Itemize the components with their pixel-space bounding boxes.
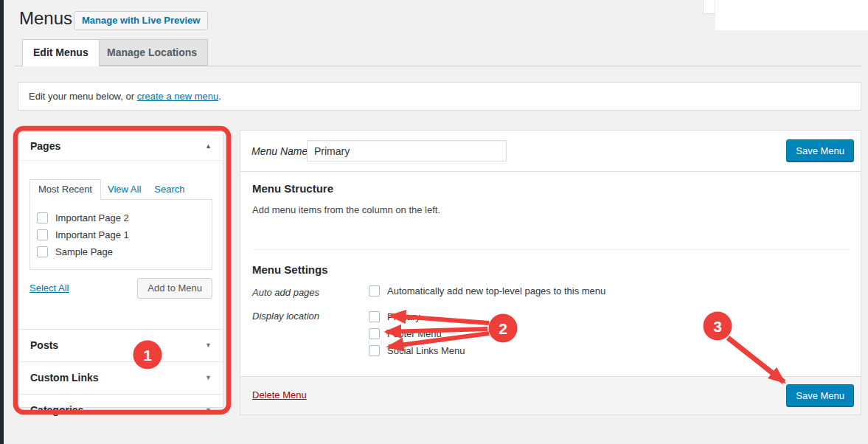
tab-search[interactable]: Search <box>147 180 191 198</box>
categories-accordion-header[interactable]: Categories ▼ <box>19 394 223 426</box>
page-item-label: Sample Page <box>55 246 113 257</box>
pages-actions-row: Select All Add to Menu <box>29 278 212 299</box>
masked-area-small <box>703 0 715 14</box>
display-location-label: Display location <box>252 311 319 322</box>
add-to-menu-button[interactable]: Add to Menu <box>137 278 212 299</box>
list-item: Social Links Menu <box>369 342 465 359</box>
notice-text-after: . <box>218 91 221 102</box>
posts-accordion-title: Posts <box>30 339 58 351</box>
pages-accordion-body: Most RecentView AllSearch Important Page… <box>19 179 223 329</box>
pages-checklist: Important Page 2 Important Page 1 Sample… <box>29 199 212 270</box>
chevron-down-icon: ▼ <box>205 395 212 426</box>
tab-manage-locations[interactable]: Manage Locations <box>96 39 208 66</box>
location-checkbox-footer-menu[interactable] <box>369 328 380 339</box>
select-all-link[interactable]: Select All <box>29 278 69 299</box>
location-label: Primary <box>387 311 420 322</box>
categories-accordion-title: Categories <box>30 404 83 416</box>
menu-name-label: Menu Name <box>251 131 308 172</box>
admin-sidebar-strip <box>0 0 4 444</box>
location-label: Footer Menu <box>387 328 442 339</box>
list-item: Important Page 1 <box>37 226 212 243</box>
manage-live-preview-button[interactable]: Manage with Live Preview <box>74 11 208 30</box>
delete-menu-link[interactable]: Delete Menu <box>252 389 307 400</box>
page-item-label: Important Page 2 <box>55 212 129 223</box>
menu-settings-heading: Menu Settings <box>252 263 328 276</box>
list-item: Sample Page <box>37 243 212 260</box>
tab-view-all[interactable]: View All <box>101 180 147 198</box>
create-new-menu-link[interactable]: create a new menu <box>137 91 219 102</box>
pages-filter-tabs: Most RecentView AllSearch <box>29 179 212 199</box>
tab-most-recent[interactable]: Most Recent <box>29 179 101 200</box>
location-checkbox-primary[interactable] <box>369 311 380 322</box>
chevron-up-icon[interactable]: ▲ <box>205 132 212 160</box>
display-location-fields: Primary Footer Menu Social Links Menu <box>369 308 465 359</box>
custom-links-accordion-title: Custom Links <box>30 372 99 384</box>
pages-accordion-header[interactable]: Pages ▲ <box>19 132 223 161</box>
tab-baseline-divider <box>15 66 861 66</box>
auto-add-pages-checkbox[interactable] <box>369 285 380 296</box>
menu-name-bar: Menu Name Save Menu <box>240 131 861 172</box>
tab-edit-menus[interactable]: Edit Menus <box>22 39 100 66</box>
chevron-down-icon: ▼ <box>205 330 212 361</box>
page-checkbox-important-page-2[interactable] <box>37 212 48 223</box>
menu-structure-description: Add menu items from the column on the le… <box>252 204 440 215</box>
auto-add-pages-field: Automatically add new top-level pages to… <box>369 285 605 296</box>
masked-area-large <box>715 0 868 30</box>
save-menu-button-top[interactable]: Save Menu <box>786 139 854 162</box>
list-item: Important Page 2 <box>37 209 212 226</box>
location-checkbox-social-links-menu[interactable] <box>369 345 380 356</box>
custom-links-accordion-header[interactable]: Custom Links ▼ <box>19 361 223 394</box>
auto-add-pages-label: Auto add pages <box>252 287 319 298</box>
auto-add-pages-checkbox-label: Automatically add new top-level pages to… <box>387 285 605 296</box>
add-menu-items-column: Pages ▲ Most RecentView AllSearch Import… <box>18 131 223 408</box>
posts-accordion-header[interactable]: Posts ▼ <box>19 329 223 361</box>
list-item: Primary <box>369 308 465 325</box>
chevron-down-icon: ▼ <box>205 362 212 394</box>
page-title: Menus <box>19 8 72 29</box>
section-divider <box>252 249 849 250</box>
menu-editor-panel: Menu Name Save Menu Menu Structure Add m… <box>240 130 861 415</box>
page-checkbox-sample-page[interactable] <box>37 246 48 257</box>
page-checkbox-important-page-1[interactable] <box>37 229 48 240</box>
save-menu-button-bottom[interactable]: Save Menu <box>786 384 854 407</box>
menu-structure-heading: Menu Structure <box>252 182 333 195</box>
list-item: Footer Menu <box>369 325 465 342</box>
notice-text-before: Edit your menu below, or <box>29 91 137 102</box>
menu-name-input[interactable] <box>307 140 507 162</box>
pages-accordion-title: Pages <box>30 140 60 152</box>
location-label: Social Links Menu <box>387 345 465 356</box>
page-item-label: Important Page 1 <box>55 229 129 240</box>
edit-menu-notice: Edit your menu below, or create a new me… <box>18 82 861 111</box>
publishing-actions-bar: Delete Menu Save Menu <box>240 376 861 414</box>
